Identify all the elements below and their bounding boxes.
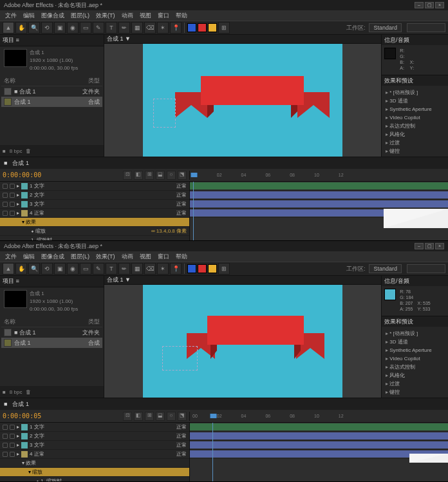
menu-help[interactable]: 帮助 xyxy=(176,12,187,20)
layer-row[interactable]: ▸3文字正常 xyxy=(0,200,189,209)
layer-row[interactable]: ▸2文字正常 xyxy=(0,191,189,200)
canvas-area[interactable] xyxy=(104,285,381,398)
tl-tool-icon[interactable]: ◧ xyxy=(134,171,143,180)
menu-window[interactable]: 窗口 xyxy=(158,253,169,261)
bpc-toggle[interactable]: ■ xyxy=(3,148,6,154)
tl-tool-icon[interactable]: ⊡ xyxy=(123,171,132,180)
menu-edit[interactable]: 编辑 xyxy=(23,253,35,261)
menu-animation[interactable]: 动画 xyxy=(122,12,133,20)
timeline-tab[interactable]: ■ 合成 1 xyxy=(0,398,448,410)
effects-preset-item[interactable]: 过渡 xyxy=(384,380,445,388)
project-tab[interactable]: 项目 ≡ xyxy=(0,276,104,287)
layer-row[interactable]: ▸1文字正常 xyxy=(0,182,189,191)
menu-edit[interactable]: 编辑 xyxy=(23,12,35,20)
effects-preset-item[interactable]: 风格化 xyxy=(384,371,445,380)
roto-tool[interactable]: ✶ xyxy=(157,22,169,34)
menu-effect[interactable]: 效果(T) xyxy=(96,12,115,20)
tl-tool-icon[interactable]: ○ xyxy=(167,171,176,180)
selection-tool[interactable]: ▲ xyxy=(3,22,14,34)
canvas-area[interactable] xyxy=(104,44,381,157)
project-item-comp[interactable]: 合成 1合成 xyxy=(1,338,102,348)
minimize-button[interactable]: – xyxy=(415,2,424,8)
track-playhead[interactable] xyxy=(212,423,213,481)
shape-tool[interactable]: ▭ xyxy=(80,263,91,275)
effects-preset-item[interactable]: * [动画预设 ] xyxy=(384,329,445,338)
timeline-tab[interactable]: ■ 合成 1 xyxy=(0,157,448,169)
playhead[interactable] xyxy=(193,173,194,177)
zoom-tool[interactable]: 🔍 xyxy=(28,263,40,275)
brush-tool[interactable]: ✏ xyxy=(118,263,130,275)
brush-tool[interactable]: ✏ xyxy=(118,22,130,34)
layer-row[interactable]: ▸4正常正常 xyxy=(0,450,189,459)
minimize-button[interactable]: – xyxy=(415,243,424,249)
track-area[interactable] xyxy=(190,423,448,481)
timecode-display[interactable]: 0:00:00:05 xyxy=(3,412,41,419)
tl-tool-icon[interactable]: ⊞ xyxy=(145,412,154,421)
menu-layer[interactable]: 图层(L) xyxy=(71,253,89,261)
effects-preset-item[interactable]: 过渡 xyxy=(384,139,445,147)
help-search[interactable] xyxy=(407,23,445,32)
menu-file[interactable]: 文件 xyxy=(5,12,17,20)
menu-view[interactable]: 视图 xyxy=(140,12,151,20)
fill-swatch-red[interactable] xyxy=(198,23,207,32)
puppet-tool[interactable]: 📍 xyxy=(170,22,182,34)
camera-tool[interactable]: ▣ xyxy=(54,263,66,275)
puppet-tool[interactable]: 📍 xyxy=(170,263,182,275)
effects-preset-item[interactable]: 表达式控制 xyxy=(384,122,445,130)
layer-prop-row[interactable]: ⬥ 1. 缩放时 xyxy=(0,477,189,481)
effects-preset-item[interactable]: 表达式控制 xyxy=(384,363,445,371)
roto-tool[interactable]: ✶ xyxy=(157,263,169,275)
menu-comp[interactable]: 图像合成 xyxy=(41,12,64,20)
close-button[interactable]: × xyxy=(435,243,444,249)
project-item-folder[interactable]: ■ 合成 1文件夹 xyxy=(1,327,102,338)
track-playhead[interactable] xyxy=(193,182,194,240)
fill-swatch-blue[interactable] xyxy=(187,264,196,273)
ribbon-shape[interactable] xyxy=(175,70,349,140)
timecode-display[interactable]: 0:00:00:00 xyxy=(3,171,41,178)
pan-behind-tool[interactable]: ◉ xyxy=(67,22,79,34)
help-search[interactable] xyxy=(407,264,445,273)
project-item-comp[interactable]: 合成 1 合成 xyxy=(1,97,102,107)
fill-swatch-yellow[interactable] xyxy=(208,264,217,273)
layer-prop-group[interactable]: ▾ 效果 xyxy=(0,459,189,468)
shape-tool[interactable]: ▭ xyxy=(80,22,91,34)
tl-tool-icon[interactable]: ⊡ xyxy=(123,412,132,421)
clone-tool[interactable]: ▦ xyxy=(131,263,143,275)
maximize-button[interactable]: ▢ xyxy=(425,2,434,8)
type-tool[interactable]: T xyxy=(106,263,117,275)
layer-prop-group[interactable]: ▾ 效果 xyxy=(0,218,189,227)
workspace-dropdown[interactable]: Standard xyxy=(369,23,402,32)
fill-swatch-yellow[interactable] xyxy=(208,23,217,32)
effects-preset-item[interactable]: 风格化 xyxy=(384,130,445,139)
rotate-tool[interactable]: ⟲ xyxy=(41,22,53,34)
effects-preset-item[interactable]: Video Copilot xyxy=(384,113,445,122)
playhead[interactable] xyxy=(212,414,213,418)
selection-marquee[interactable] xyxy=(153,99,176,128)
effects-preset-item[interactable]: Synthetic Aperture xyxy=(384,105,445,113)
layer-row[interactable]: ▸1文字正常 xyxy=(0,423,189,432)
time-ruler[interactable]: 00020406081012 xyxy=(190,173,448,177)
selection-tool[interactable]: ▲ xyxy=(3,263,14,275)
pan-behind-tool[interactable]: ◉ xyxy=(67,263,79,275)
effects-preset-item[interactable]: Video Copilot xyxy=(384,354,445,363)
track-area[interactable] xyxy=(190,182,448,240)
layer-row[interactable]: ▸3文字正常 xyxy=(0,441,189,450)
menu-animation[interactable]: 动画 xyxy=(122,253,133,261)
camera-tool[interactable]: ▣ xyxy=(54,22,66,34)
effects-preset-item[interactable]: 键控 xyxy=(384,147,445,155)
layer-prop-row[interactable]: 1. 缩放时 xyxy=(0,236,189,240)
snap-toggle[interactable]: ⊞ xyxy=(218,263,230,275)
tl-tool-icon[interactable]: ⬓ xyxy=(156,412,165,421)
ribbon-shape[interactable] xyxy=(175,311,349,381)
tl-tool-icon[interactable]: ◧ xyxy=(134,412,143,421)
project-tab[interactable]: 项目 ≡ xyxy=(0,35,104,46)
fill-swatch-blue[interactable] xyxy=(187,23,196,32)
tl-tool-icon[interactable]: ⊞ xyxy=(145,171,154,180)
menu-effect[interactable]: 效果(T) xyxy=(96,253,115,261)
workspace-dropdown[interactable]: Standard xyxy=(369,264,402,273)
type-tool[interactable]: T xyxy=(106,22,117,34)
viewer-tab[interactable]: 合成 1 ▼ xyxy=(104,276,381,284)
zoom-tool[interactable]: 🔍 xyxy=(28,22,40,34)
hand-tool[interactable]: ✋ xyxy=(15,263,27,275)
fill-swatch-red[interactable] xyxy=(198,264,207,273)
